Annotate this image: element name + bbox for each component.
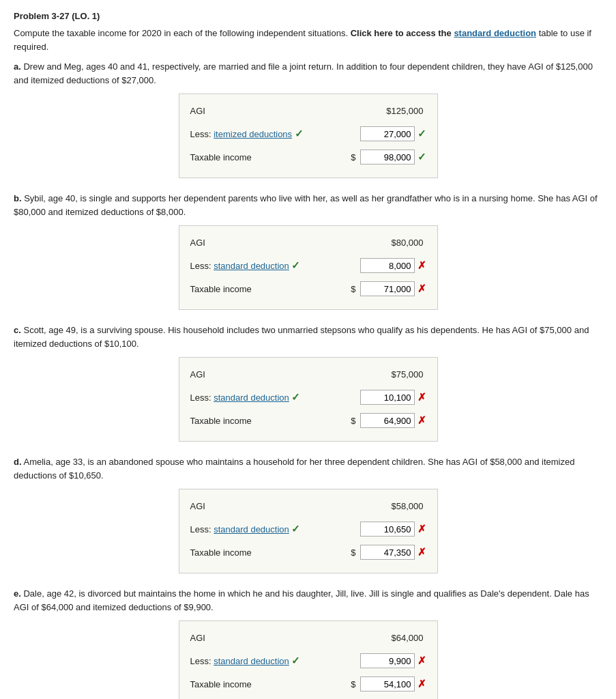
intro-text: Compute the taxable income for 2020 in e…	[14, 27, 602, 53]
part-a-label: a.	[14, 61, 21, 72]
part-d-less-label: Less: standard deduction ✓	[190, 523, 360, 535]
part-a-agi-value: $125,000	[365, 106, 426, 116]
part-e-less-mark: ✗	[417, 655, 426, 667]
part-e-less-link-check: ✓	[291, 655, 300, 666]
part-c-table: AGI $75,000 Less: standard deduction ✓ ✗	[179, 357, 438, 442]
part-e-taxable-input-wrap: $ ✗	[351, 676, 426, 691]
part-b-agi-row: AGI $80,000	[190, 233, 426, 252]
part-b-taxable-input[interactable]	[360, 281, 415, 296]
part-e-less-row: Less: standard deduction ✓ ✗	[190, 651, 426, 670]
part-c-agi-value: $75,000	[365, 369, 426, 380]
part-b-table: AGI $80,000 Less: standard deduction ✓ ✗	[179, 225, 438, 310]
part-c-taxable-mark: ✗	[417, 414, 426, 427]
part-a-text: Drew and Meg, ages 40 and 41, respective…	[14, 61, 593, 85]
part-a-table-wrapper: AGI $125,000 Less: itemized deductions ✓…	[14, 94, 602, 178]
part-c-less-link-check: ✓	[291, 391, 300, 403]
part-d-agi-row: AGI $58,000	[190, 496, 426, 515]
part-b-taxable-input-wrap: $ ✗	[351, 281, 426, 296]
part-a-taxable-input-wrap: $ ✓	[351, 149, 426, 165]
part-e-less-label: Less: standard deduction ✓	[190, 655, 360, 667]
part-a-desc: a. Drew and Meg, ages 40 and 41, respect…	[14, 60, 602, 87]
part-b-desc: b. Sybil, age 40, is single and supports…	[14, 192, 602, 218]
part-e-desc: e. Dale, age 42, is divorced but maintai…	[14, 587, 602, 614]
part-d-section: d. Amelia, age 33, is an abandoned spous…	[14, 455, 602, 573]
part-a-dollar: $	[351, 152, 355, 162]
part-a-section: a. Drew and Meg, ages 40 and 41, respect…	[14, 60, 602, 178]
part-b-taxable-row: Taxable income $ ✗	[190, 279, 426, 298]
part-d-table: AGI $58,000 Less: standard deduction ✓ ✗	[179, 489, 438, 573]
part-b-less-input[interactable]	[360, 258, 415, 273]
part-a-less-label: Less: itemized deductions ✓	[190, 128, 360, 140]
part-b-taxable-label: Taxable income	[190, 284, 351, 294]
part-d-taxable-mark: ✗	[417, 546, 426, 558]
part-e-taxable-mark: ✗	[417, 678, 426, 690]
part-b-less-mark: ✗	[417, 259, 426, 272]
part-c-taxable-label: Taxable income	[190, 416, 351, 426]
part-e-dollar: $	[351, 679, 355, 689]
part-e-less-input-wrap: ✗	[360, 653, 426, 668]
part-c-text: Scott, age 49, is a surviving spouse. Hi…	[14, 325, 589, 349]
part-a-less-link[interactable]: itemized deductions	[214, 129, 292, 139]
problem-title: Problem 3-27 (LO. 1)	[14, 11, 602, 21]
part-b-text: Sybil, age 40, is single and supports he…	[14, 193, 598, 217]
part-b-dollar: $	[351, 284, 355, 294]
part-e-agi-row: AGI $64,000	[190, 628, 426, 647]
part-c-table-wrapper: AGI $75,000 Less: standard deduction ✓ ✗	[14, 357, 602, 442]
part-c-desc: c. Scott, age 49, is a surviving spouse.…	[14, 324, 602, 350]
part-b-taxable-mark: ✗	[417, 283, 426, 295]
part-a-agi-row: AGI $125,000	[190, 101, 426, 120]
part-e-section: e. Dale, age 42, is divorced but maintai…	[14, 587, 602, 699]
part-d-taxable-row: Taxable income $ ✗	[190, 543, 426, 562]
part-a-less-link-check: ✓	[295, 128, 304, 139]
part-a-taxable-input[interactable]	[360, 149, 415, 165]
part-d-less-row: Less: standard deduction ✓ ✗	[190, 519, 426, 539]
part-c-taxable-input-wrap: $ ✗	[351, 413, 426, 428]
part-b-less-link-check: ✓	[291, 259, 300, 271]
part-d-text: Amelia, age 33, is an abandoned spouse w…	[14, 457, 574, 481]
part-e-less-link[interactable]: standard deduction	[214, 656, 289, 666]
part-d-taxable-input-wrap: $ ✗	[351, 545, 426, 560]
standard-deduction-link[interactable]: standard deduction	[454, 28, 536, 38]
intro-main: Compute the taxable income for 2020 in e…	[14, 28, 348, 38]
part-d-less-input[interactable]	[360, 522, 415, 537]
part-d-less-mark: ✗	[417, 523, 426, 535]
part-c-taxable-row: Taxable income $ ✗	[190, 411, 426, 430]
part-c-less-row: Less: standard deduction ✓ ✗	[190, 388, 426, 407]
part-c-less-link[interactable]: standard deduction	[214, 393, 289, 403]
part-d-less-input-wrap: ✗	[360, 522, 426, 537]
part-c-less-mark: ✗	[417, 391, 426, 403]
part-c-dollar: $	[351, 416, 355, 426]
part-e-table-wrapper: AGI $64,000 Less: standard deduction ✓ ✗	[14, 620, 602, 699]
part-d-agi-value: $58,000	[365, 501, 426, 511]
part-a-taxable-row: Taxable income $ ✓	[190, 147, 426, 167]
part-b-table-wrapper: AGI $80,000 Less: standard deduction ✓ ✗	[14, 225, 602, 310]
part-a-less-row: Less: itemized deductions ✓ ✓	[190, 124, 426, 143]
part-c-section: c. Scott, age 49, is a surviving spouse.…	[14, 324, 602, 442]
part-c-taxable-input[interactable]	[360, 413, 415, 428]
part-e-agi-value: $64,000	[365, 633, 426, 643]
part-a-taxable-mark: ✓	[417, 151, 426, 163]
part-b-agi-value: $80,000	[365, 238, 426, 248]
intro-bold: Click here to access the	[351, 28, 452, 38]
part-a-less-input[interactable]	[360, 126, 415, 141]
part-e-taxable-input[interactable]	[360, 676, 415, 691]
part-d-label: d.	[14, 457, 22, 467]
part-c-less-input[interactable]	[360, 390, 415, 405]
part-b-less-link[interactable]: standard deduction	[214, 261, 289, 271]
part-e-table: AGI $64,000 Less: standard deduction ✓ ✗	[179, 620, 438, 699]
part-d-dollar: $	[351, 547, 355, 558]
part-b-section: b. Sybil, age 40, is single and supports…	[14, 192, 602, 310]
part-b-less-row: Less: standard deduction ✓ ✗	[190, 256, 426, 275]
part-c-agi-row: AGI $75,000	[190, 365, 426, 384]
part-a-less-mark: ✓	[417, 128, 426, 140]
part-e-label: e.	[14, 588, 21, 599]
part-d-taxable-input[interactable]	[360, 545, 415, 560]
part-d-desc: d. Amelia, age 33, is an abandoned spous…	[14, 455, 602, 482]
part-e-less-input[interactable]	[360, 653, 415, 668]
part-d-table-wrapper: AGI $58,000 Less: standard deduction ✓ ✗	[14, 489, 602, 573]
part-b-label: b.	[14, 193, 22, 203]
part-c-less-label: Less: standard deduction ✓	[190, 391, 360, 403]
part-d-less-link[interactable]: standard deduction	[214, 524, 289, 534]
part-c-agi-label: AGI	[190, 369, 365, 380]
part-a-agi-label: AGI	[190, 106, 365, 116]
